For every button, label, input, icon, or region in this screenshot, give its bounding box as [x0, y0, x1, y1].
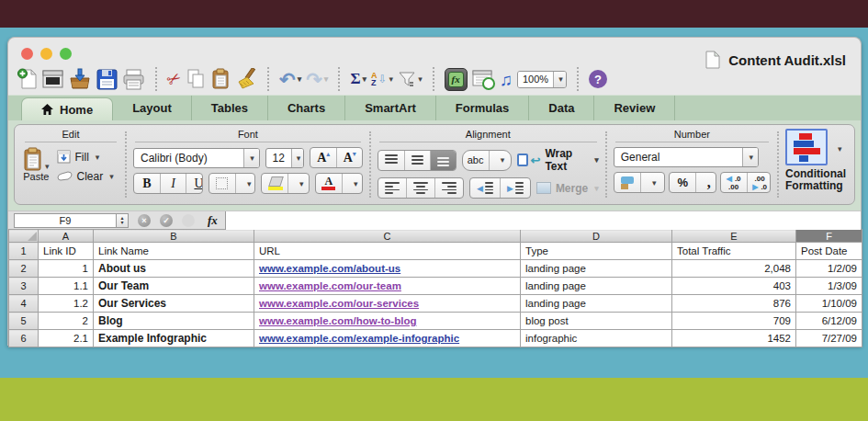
- tab-home[interactable]: Home: [21, 97, 113, 120]
- font-color-button[interactable]: A: [316, 174, 342, 193]
- accept-icon[interactable]: ✓: [160, 214, 173, 227]
- help-button[interactable]: ?: [589, 66, 607, 92]
- increase-decimal-button[interactable]: .00 ▶.0: [747, 173, 771, 192]
- grow-font-button[interactable]: A: [310, 148, 336, 167]
- column-header-e[interactable]: E: [672, 230, 796, 243]
- cell-E2[interactable]: 2,048: [672, 260, 796, 278]
- tab-smartart[interactable]: SmartArt: [345, 96, 436, 120]
- row-header-4[interactable]: 4: [9, 295, 39, 313]
- cell-C3[interactable]: www.example.com/our-team: [254, 278, 521, 295]
- tab-review[interactable]: Review: [594, 96, 675, 120]
- borders-dropdown[interactable]: [235, 174, 255, 193]
- conditional-formatting-dropdown[interactable]: [836, 139, 842, 155]
- fill-color-dropdown[interactable]: [287, 174, 310, 193]
- new-window-button[interactable]: [42, 66, 63, 92]
- wrap-text-button[interactable]: ↩ Wrap Text: [517, 147, 599, 173]
- font-color-dropdown[interactable]: [342, 174, 363, 193]
- cell-E4[interactable]: 876: [672, 295, 796, 313]
- row-header-3[interactable]: 3: [9, 278, 39, 295]
- cell-F5[interactable]: 6/12/09: [796, 313, 862, 330]
- align-top-button[interactable]: [378, 151, 404, 170]
- cell-B2[interactable]: About us: [94, 260, 254, 278]
- orientation-dropdown[interactable]: [489, 151, 513, 170]
- tab-formulas[interactable]: Formulas: [436, 96, 530, 120]
- fill-color-button[interactable]: [262, 174, 287, 193]
- formula-input[interactable]: [225, 211, 861, 230]
- cell-C6[interactable]: www.example.com/example-infographic: [254, 330, 521, 347]
- font-size-select[interactable]: 12: [265, 148, 305, 168]
- paste-button[interactable]: Paste: [23, 147, 50, 182]
- tab-tables[interactable]: Tables: [192, 96, 268, 120]
- underline-button[interactable]: U: [186, 174, 203, 193]
- conditional-formatting-button[interactable]: Conditional Formatting: [779, 126, 852, 203]
- column-header-f[interactable]: F: [796, 230, 862, 243]
- cell-F6[interactable]: 7/27/09: [796, 330, 862, 347]
- align-middle-button[interactable]: [404, 151, 430, 170]
- decrease-decimal-button[interactable]: ◀.0 .00: [721, 173, 747, 192]
- cell-D6[interactable]: infographic: [521, 330, 672, 347]
- row-header-1[interactable]: 1: [9, 243, 39, 260]
- cell-F4[interactable]: 1/10/09: [796, 295, 862, 313]
- paste-icon[interactable]: [210, 66, 231, 92]
- zoom-window-button[interactable]: [60, 48, 72, 60]
- cell-A6[interactable]: 2.1: [39, 330, 94, 347]
- copy-icon[interactable]: [186, 66, 206, 92]
- cell-A2[interactable]: 1: [39, 260, 94, 278]
- comma-button[interactable]: ,: [695, 173, 716, 192]
- cell-E5[interactable]: 709: [672, 313, 796, 330]
- cell-E6[interactable]: 1452: [672, 330, 796, 347]
- align-bottom-button[interactable]: [430, 151, 456, 170]
- cell-B3[interactable]: Our Team: [94, 278, 254, 295]
- open-button[interactable]: [68, 66, 92, 92]
- cell-F2[interactable]: 1/2/09: [796, 260, 862, 278]
- column-header-c[interactable]: C: [254, 230, 521, 243]
- tab-layout[interactable]: Layout: [113, 96, 192, 120]
- cell-E1[interactable]: Total Traffic: [672, 243, 796, 260]
- cut-icon[interactable]: ✂: [162, 64, 186, 94]
- shrink-font-button[interactable]: A: [336, 148, 362, 167]
- redo-button[interactable]: ↷: [306, 66, 328, 92]
- minimize-button[interactable]: [40, 48, 52, 60]
- bold-button[interactable]: B: [134, 174, 160, 193]
- undo-button[interactable]: ↶: [279, 66, 301, 92]
- cell-C5[interactable]: www.example.com/how-to-blog: [254, 313, 521, 330]
- percent-button[interactable]: %: [670, 173, 695, 192]
- media-browser-icon[interactable]: ♫: [500, 66, 513, 92]
- cell-C2[interactable]: www.example.com/about-us: [254, 260, 521, 278]
- borders-button[interactable]: [209, 174, 235, 193]
- cell-A5[interactable]: 2: [39, 313, 94, 330]
- cell-A1[interactable]: Link ID: [39, 243, 94, 260]
- cell-A4[interactable]: 1.2: [39, 295, 94, 313]
- cell-B6[interactable]: Example Infographic: [94, 330, 254, 347]
- cell-B4[interactable]: Our Services: [94, 295, 254, 313]
- cell-E3[interactable]: 403: [672, 278, 796, 295]
- fill-button[interactable]: Fill: [57, 150, 114, 164]
- font-family-select[interactable]: Calibri (Body): [133, 148, 260, 168]
- cancel-icon[interactable]: ×: [138, 214, 151, 227]
- merge-button[interactable]: Merge: [536, 182, 599, 195]
- toolbox-button[interactable]: [472, 66, 495, 92]
- column-header-a[interactable]: A: [39, 230, 94, 243]
- cell-C4[interactable]: www.example.com/our-services: [254, 295, 521, 313]
- cell-D1[interactable]: Type: [521, 243, 672, 260]
- row-header-6[interactable]: 6: [9, 330, 39, 347]
- save-button[interactable]: [96, 66, 118, 92]
- italic-button[interactable]: I: [160, 174, 186, 193]
- align-center-button[interactable]: [406, 178, 434, 198]
- accounting-format-button[interactable]: [614, 173, 640, 192]
- cell-F1[interactable]: Post Date: [796, 243, 862, 260]
- cell-D5[interactable]: blog post: [521, 313, 672, 330]
- zoom-dropdown[interactable]: [553, 72, 566, 87]
- print-button[interactable]: [122, 66, 145, 92]
- select-all-corner[interactable]: [9, 230, 39, 243]
- close-button[interactable]: [21, 48, 33, 60]
- new-document-button[interactable]: [17, 66, 38, 92]
- tab-data[interactable]: Data: [529, 96, 594, 120]
- clear-button[interactable]: Clear: [57, 170, 114, 183]
- align-right-button[interactable]: [434, 178, 463, 198]
- filter-button[interactable]: [398, 66, 423, 92]
- number-format-select[interactable]: General: [614, 147, 759, 167]
- cell-D2[interactable]: landing page: [521, 260, 672, 278]
- cell-B5[interactable]: Blog: [94, 313, 254, 330]
- formula-builder-icon[interactable]: [182, 214, 195, 227]
